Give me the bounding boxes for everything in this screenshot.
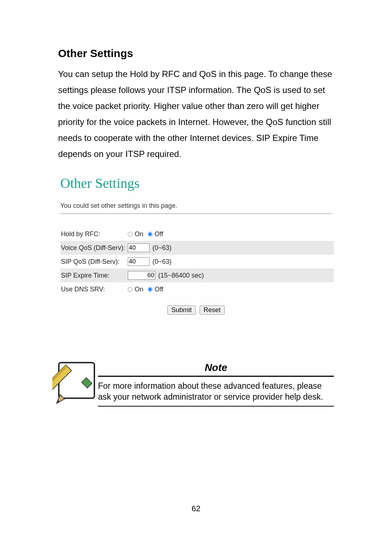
input-sip-qos[interactable] (128, 257, 150, 266)
panel-subtitle: You could set other settings in this pag… (60, 202, 334, 210)
body-paragraph: You can setup the Hold by RFC and QoS in… (58, 66, 334, 162)
row-sip-expire: SIP Expire Time: (15~86400 sec) (60, 269, 334, 282)
settings-panel: Other Settings You could set other setti… (58, 172, 334, 326)
hint-sip-qos: (0~63) (152, 258, 172, 266)
note-pencil-icon (58, 362, 95, 399)
pencil-icon (52, 360, 99, 408)
label-use-dns-srv: Use DNS SRV: (60, 286, 128, 293)
document-page: Other Settings You can setup the Hold by… (0, 0, 392, 557)
note-divider-bottom (98, 406, 334, 407)
label-voice-qos: Voice QoS (Diff-Serv): (60, 244, 128, 252)
label-sip-expire: SIP Expire Time: (60, 272, 128, 279)
note-title: Note (98, 362, 334, 374)
note-divider-top (98, 376, 334, 377)
row-voice-qos: Voice QoS (Diff-Serv): (0~63) (60, 241, 334, 255)
hint-sip-expire: (15~86400 sec) (158, 272, 204, 279)
reset-button[interactable]: Reset (200, 306, 225, 315)
row-hold-by-rfc: Hold by RFC: On Off (60, 227, 334, 241)
input-voice-qos[interactable] (128, 243, 150, 252)
page-number: 62 (0, 504, 392, 513)
label-sip-qos: SIP QoS (Diff-Serv): (60, 258, 128, 266)
input-sip-expire[interactable] (128, 271, 155, 280)
radio-hold-off-label: Off (155, 230, 163, 238)
note-icon-wrap (58, 362, 98, 399)
radio-dns-off-label: Off (155, 286, 163, 293)
radio-dns-off[interactable] (148, 287, 152, 292)
note-block: Note For more information about these ad… (58, 362, 334, 407)
radio-hold-on-label: On (135, 230, 143, 238)
label-hold-by-rfc: Hold by RFC: (60, 230, 128, 238)
section-title: Other Settings (58, 47, 334, 60)
svg-rect-4 (82, 378, 92, 388)
row-use-dns-srv: Use DNS SRV: On Off (60, 282, 334, 296)
hint-voice-qos: (0~63) (152, 244, 172, 252)
submit-button[interactable]: Submit (167, 306, 196, 315)
button-row: Submit Reset (58, 306, 334, 315)
radio-hold-on[interactable] (128, 232, 132, 237)
panel-title: Other Settings (60, 175, 334, 191)
note-text: For more information about these advance… (98, 380, 334, 402)
settings-form: Hold by RFC: On Off Voice QoS (Diff-Serv… (60, 227, 334, 296)
radio-dns-on[interactable] (128, 287, 132, 292)
note-content: Note For more information about these ad… (98, 362, 334, 407)
radio-dns-on-label: On (135, 286, 143, 293)
row-sip-qos: SIP QoS (Diff-Serv): (0~63) (60, 255, 334, 269)
divider (60, 213, 332, 214)
radio-hold-off[interactable] (148, 232, 152, 237)
